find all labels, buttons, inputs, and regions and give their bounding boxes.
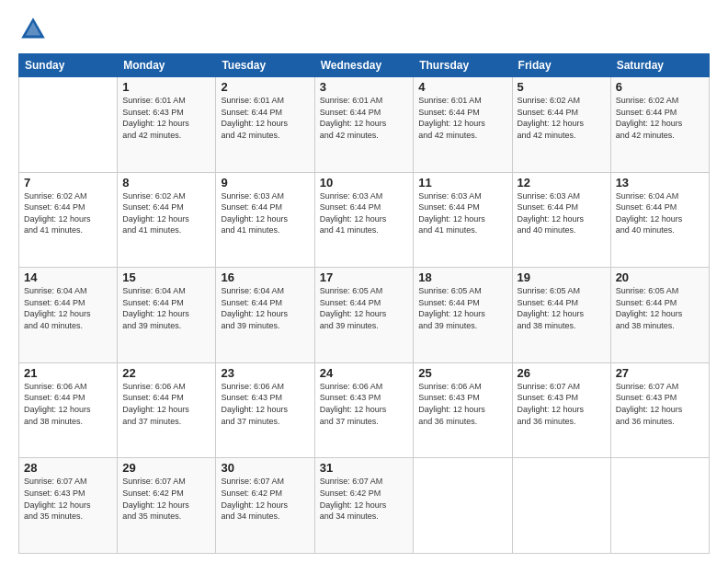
day-cell: 4Sunrise: 6:01 AM Sunset: 6:44 PM Daylig… xyxy=(414,77,512,173)
day-cell: 11Sunrise: 6:03 AM Sunset: 6:44 PM Dayli… xyxy=(414,172,512,268)
day-number: 4 xyxy=(418,80,506,94)
day-cell: 19Sunrise: 6:05 AM Sunset: 6:44 PM Dayli… xyxy=(512,268,610,363)
header xyxy=(18,15,710,44)
weekday-header-monday: Monday xyxy=(118,54,216,77)
day-number: 19 xyxy=(518,270,606,284)
weekday-header-saturday: Saturday xyxy=(610,54,709,77)
day-number: 22 xyxy=(122,366,210,380)
day-cell: 15Sunrise: 6:04 AM Sunset: 6:44 PM Dayli… xyxy=(118,268,216,363)
day-number: 21 xyxy=(24,366,112,380)
day-cell: 30Sunrise: 6:07 AM Sunset: 6:42 PM Dayli… xyxy=(216,458,314,554)
day-info: Sunrise: 6:06 AM Sunset: 6:44 PM Dayligh… xyxy=(24,381,112,427)
day-info: Sunrise: 6:06 AM Sunset: 6:44 PM Dayligh… xyxy=(122,381,210,427)
day-info: Sunrise: 6:07 AM Sunset: 6:42 PM Dayligh… xyxy=(122,476,210,522)
day-cell: 13Sunrise: 6:04 AM Sunset: 6:44 PM Dayli… xyxy=(610,172,709,268)
day-info: Sunrise: 6:07 AM Sunset: 6:42 PM Dayligh… xyxy=(221,476,309,522)
day-number: 31 xyxy=(320,461,409,475)
day-info: Sunrise: 6:01 AM Sunset: 6:44 PM Dayligh… xyxy=(418,95,506,141)
logo xyxy=(18,15,51,44)
day-info: Sunrise: 6:06 AM Sunset: 6:43 PM Dayligh… xyxy=(418,381,506,427)
day-info: Sunrise: 6:04 AM Sunset: 6:44 PM Dayligh… xyxy=(122,285,210,331)
day-number: 18 xyxy=(418,270,506,284)
day-cell: 10Sunrise: 6:03 AM Sunset: 6:44 PM Dayli… xyxy=(314,172,414,268)
day-cell: 8Sunrise: 6:02 AM Sunset: 6:44 PM Daylig… xyxy=(118,172,216,268)
day-number: 2 xyxy=(221,80,309,94)
day-number: 24 xyxy=(320,366,409,380)
day-cell xyxy=(512,458,610,554)
day-cell: 6Sunrise: 6:02 AM Sunset: 6:44 PM Daylig… xyxy=(610,77,709,173)
weekday-row: SundayMondayTuesdayWednesdayThursdayFrid… xyxy=(19,54,710,77)
day-number: 5 xyxy=(518,80,606,94)
day-cell: 23Sunrise: 6:06 AM Sunset: 6:43 PM Dayli… xyxy=(216,362,314,458)
day-cell: 31Sunrise: 6:07 AM Sunset: 6:42 PM Dayli… xyxy=(314,458,414,554)
day-number: 8 xyxy=(122,176,210,190)
day-number: 16 xyxy=(221,270,309,284)
calendar-header: SundayMondayTuesdayWednesdayThursdayFrid… xyxy=(19,54,710,77)
week-row-2: 7Sunrise: 6:02 AM Sunset: 6:44 PM Daylig… xyxy=(19,172,710,268)
day-cell xyxy=(610,458,709,554)
day-info: Sunrise: 6:07 AM Sunset: 6:43 PM Dayligh… xyxy=(24,476,112,522)
week-row-5: 28Sunrise: 6:07 AM Sunset: 6:43 PM Dayli… xyxy=(19,458,710,554)
weekday-header-wednesday: Wednesday xyxy=(314,54,414,77)
day-number: 30 xyxy=(221,461,309,475)
day-number: 11 xyxy=(418,176,506,190)
day-cell: 27Sunrise: 6:07 AM Sunset: 6:43 PM Dayli… xyxy=(610,362,709,458)
day-cell xyxy=(19,77,118,173)
calendar-body: 1Sunrise: 6:01 AM Sunset: 6:43 PM Daylig… xyxy=(19,77,710,554)
day-cell: 20Sunrise: 6:05 AM Sunset: 6:44 PM Dayli… xyxy=(610,268,709,363)
day-info: Sunrise: 6:04 AM Sunset: 6:44 PM Dayligh… xyxy=(616,190,704,236)
day-info: Sunrise: 6:01 AM Sunset: 6:44 PM Dayligh… xyxy=(221,95,309,141)
day-cell: 28Sunrise: 6:07 AM Sunset: 6:43 PM Dayli… xyxy=(19,458,118,554)
day-info: Sunrise: 6:01 AM Sunset: 6:43 PM Dayligh… xyxy=(122,95,210,141)
day-number: 12 xyxy=(518,176,606,190)
day-number: 14 xyxy=(24,270,112,284)
day-info: Sunrise: 6:03 AM Sunset: 6:44 PM Dayligh… xyxy=(518,190,606,236)
day-cell: 12Sunrise: 6:03 AM Sunset: 6:44 PM Dayli… xyxy=(512,172,610,268)
day-number: 7 xyxy=(24,176,112,190)
week-row-3: 14Sunrise: 6:04 AM Sunset: 6:44 PM Dayli… xyxy=(19,268,710,363)
day-cell: 21Sunrise: 6:06 AM Sunset: 6:44 PM Dayli… xyxy=(19,362,118,458)
day-cell: 7Sunrise: 6:02 AM Sunset: 6:44 PM Daylig… xyxy=(19,172,118,268)
day-number: 9 xyxy=(221,176,309,190)
day-number: 20 xyxy=(616,270,704,284)
day-info: Sunrise: 6:02 AM Sunset: 6:44 PM Dayligh… xyxy=(24,190,112,236)
day-info: Sunrise: 6:03 AM Sunset: 6:44 PM Dayligh… xyxy=(320,190,409,236)
day-number: 17 xyxy=(320,270,409,284)
day-info: Sunrise: 6:05 AM Sunset: 6:44 PM Dayligh… xyxy=(320,285,409,331)
day-number: 10 xyxy=(320,176,409,190)
day-cell: 16Sunrise: 6:04 AM Sunset: 6:44 PM Dayli… xyxy=(216,268,314,363)
day-cell: 17Sunrise: 6:05 AM Sunset: 6:44 PM Dayli… xyxy=(314,268,414,363)
day-number: 6 xyxy=(616,80,704,94)
day-info: Sunrise: 6:07 AM Sunset: 6:43 PM Dayligh… xyxy=(616,381,704,427)
calendar: SundayMondayTuesdayWednesdayThursdayFrid… xyxy=(18,53,710,554)
day-info: Sunrise: 6:02 AM Sunset: 6:44 PM Dayligh… xyxy=(122,190,210,236)
day-info: Sunrise: 6:01 AM Sunset: 6:44 PM Dayligh… xyxy=(320,95,409,141)
day-cell: 5Sunrise: 6:02 AM Sunset: 6:44 PM Daylig… xyxy=(512,77,610,173)
day-cell: 29Sunrise: 6:07 AM Sunset: 6:42 PM Dayli… xyxy=(118,458,216,554)
day-cell: 2Sunrise: 6:01 AM Sunset: 6:44 PM Daylig… xyxy=(216,77,314,173)
weekday-header-tuesday: Tuesday xyxy=(216,54,314,77)
day-cell: 22Sunrise: 6:06 AM Sunset: 6:44 PM Dayli… xyxy=(118,362,216,458)
day-number: 1 xyxy=(122,80,210,94)
day-info: Sunrise: 6:02 AM Sunset: 6:44 PM Dayligh… xyxy=(616,95,704,141)
day-cell: 14Sunrise: 6:04 AM Sunset: 6:44 PM Dayli… xyxy=(19,268,118,363)
day-info: Sunrise: 6:05 AM Sunset: 6:44 PM Dayligh… xyxy=(418,285,506,331)
day-cell: 3Sunrise: 6:01 AM Sunset: 6:44 PM Daylig… xyxy=(314,77,414,173)
day-info: Sunrise: 6:02 AM Sunset: 6:44 PM Dayligh… xyxy=(518,95,606,141)
day-number: 26 xyxy=(518,366,606,380)
day-cell xyxy=(414,458,512,554)
day-info: Sunrise: 6:05 AM Sunset: 6:44 PM Dayligh… xyxy=(518,285,606,331)
day-cell: 18Sunrise: 6:05 AM Sunset: 6:44 PM Dayli… xyxy=(414,268,512,363)
weekday-header-friday: Friday xyxy=(512,54,610,77)
day-number: 15 xyxy=(122,270,210,284)
day-info: Sunrise: 6:07 AM Sunset: 6:42 PM Dayligh… xyxy=(320,476,409,522)
day-number: 23 xyxy=(221,366,309,380)
day-number: 25 xyxy=(418,366,506,380)
page: SundayMondayTuesdayWednesdayThursdayFrid… xyxy=(0,0,728,563)
day-info: Sunrise: 6:03 AM Sunset: 6:44 PM Dayligh… xyxy=(418,190,506,236)
day-info: Sunrise: 6:05 AM Sunset: 6:44 PM Dayligh… xyxy=(616,285,704,331)
day-number: 13 xyxy=(616,176,704,190)
weekday-header-sunday: Sunday xyxy=(19,54,118,77)
logo-icon xyxy=(18,15,48,44)
week-row-1: 1Sunrise: 6:01 AM Sunset: 6:43 PM Daylig… xyxy=(19,77,710,173)
